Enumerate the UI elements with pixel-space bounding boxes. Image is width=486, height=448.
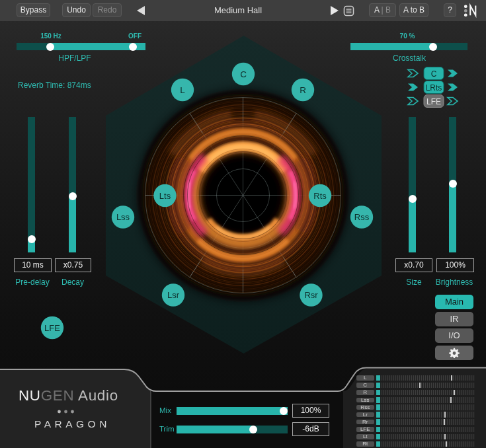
svg-text:Lss: Lss (116, 212, 130, 222)
svg-text:Rsr: Rsr (304, 290, 318, 300)
svg-text:LFE: LFE (44, 323, 60, 333)
svg-text:LFE: LFE (426, 97, 441, 106)
svg-text:R: R (300, 85, 306, 95)
svg-text:L: L (180, 85, 185, 95)
svg-text:Lsr: Lsr (167, 290, 180, 300)
svg-text:LRts: LRts (426, 83, 442, 93)
svg-text:Rss: Rss (354, 212, 370, 222)
svg-text:C: C (240, 69, 247, 79)
svg-text:PARAGON: PARAGON (34, 418, 110, 429)
svg-text:C: C (431, 69, 437, 79)
svg-text:NUGEN Audio: NUGEN Audio (19, 387, 118, 404)
svg-text:Lts: Lts (159, 191, 171, 201)
svg-text:Rts: Rts (313, 191, 327, 201)
